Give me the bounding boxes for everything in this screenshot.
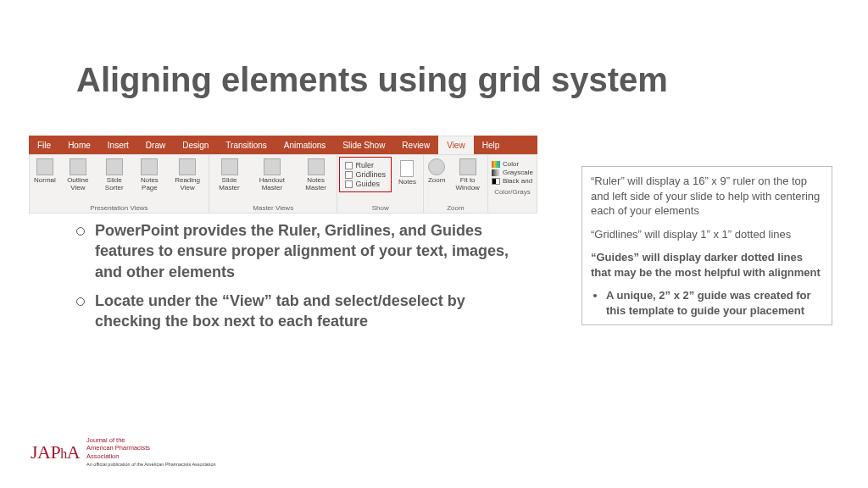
black-white-option: Black and bbox=[492, 177, 533, 185]
ruler-checkbox: Ruler bbox=[345, 161, 386, 169]
tab-review: Review bbox=[393, 136, 438, 154]
logo-text: Journal of the American Pharmacists Asso… bbox=[86, 436, 215, 468]
bw-swatch-icon bbox=[492, 178, 500, 185]
group-presentation-views: Normal Outline View Slide Sorter Notes P… bbox=[30, 155, 209, 213]
group-label: Zoom bbox=[426, 204, 486, 213]
fit-to-window-button: Fit to Window bbox=[449, 157, 486, 204]
tab-slideshow: Slide Show bbox=[334, 136, 393, 154]
color-swatch-icon bbox=[492, 161, 500, 168]
checkbox-icon bbox=[345, 180, 353, 188]
grayscale-option: Grayscale bbox=[492, 169, 533, 176]
tab-file: File bbox=[29, 136, 59, 154]
handout-master-button: Handout Master bbox=[249, 157, 295, 204]
notes-icon bbox=[400, 160, 414, 177]
grayscale-swatch-icon bbox=[492, 169, 500, 176]
logo-wordmark: JAPhA bbox=[31, 441, 80, 463]
slide-master-button: Slide Master bbox=[211, 157, 248, 204]
tab-draw: Draw bbox=[137, 136, 174, 154]
list-item: PowerPoint provides the Ruler, Gridlines… bbox=[76, 220, 534, 282]
side-callout-box: “Ruler” will display a 16” x 9” ruler on… bbox=[581, 166, 832, 325]
group-label: Color/Grays bbox=[490, 188, 535, 197]
notes-master-button: Notes Master bbox=[297, 157, 336, 204]
ribbon-tabs: File Home Insert Draw Design Transitions… bbox=[29, 136, 537, 154]
checkbox-icon bbox=[345, 171, 353, 179]
reading-view-button: Reading View bbox=[168, 157, 207, 204]
tab-insert: Insert bbox=[99, 136, 137, 154]
group-show: Ruler Gridlines Guides Notes Show bbox=[337, 155, 423, 213]
tab-transitions: Transitions bbox=[217, 136, 275, 154]
show-checkboxes-highlighted: Ruler Gridlines Guides bbox=[339, 157, 392, 192]
notes-page-button: Notes Page bbox=[133, 157, 167, 204]
group-label: Presentation Views bbox=[31, 204, 207, 213]
slide-title: Aligning elements using grid system bbox=[76, 61, 668, 99]
slide-sorter-button: Slide Sorter bbox=[97, 157, 131, 204]
notes-button: Notes bbox=[393, 157, 421, 189]
tab-design: Design bbox=[174, 136, 217, 154]
callout-guide-detail: A unique, 2” x 2” guide was created for … bbox=[606, 288, 823, 318]
callout-guides: “Guides” will display darker dotted line… bbox=[591, 250, 823, 280]
color-option: Color bbox=[492, 160, 533, 168]
japha-logo: JAPhA Journal of the American Pharmacist… bbox=[31, 436, 216, 468]
group-label: Show bbox=[339, 204, 420, 213]
callout-gridlines: “Gridlines” will display 1” x 1” dotted … bbox=[591, 227, 823, 242]
callout-ruler: “Ruler” will display a 16” x 9” ruler on… bbox=[591, 174, 823, 219]
group-zoom: Zoom Fit to Window Zoom bbox=[424, 155, 488, 213]
gridlines-checkbox: Gridlines bbox=[345, 170, 386, 179]
powerpoint-ribbon-screenshot: File Home Insert Draw Design Transitions… bbox=[29, 136, 537, 214]
tab-animations: Animations bbox=[275, 136, 334, 154]
checkbox-icon bbox=[345, 162, 353, 169]
group-color-grayscale: Color Grayscale Black and Color/Grays bbox=[488, 155, 537, 213]
list-item: Locate under the “View” tab and select/d… bbox=[76, 291, 534, 332]
normal-button: Normal bbox=[31, 157, 58, 204]
ribbon-toolbar: Normal Outline View Slide Sorter Notes P… bbox=[29, 154, 537, 214]
zoom-button: Zoom bbox=[426, 157, 448, 204]
tab-help: Help bbox=[474, 136, 509, 154]
guides-checkbox: Guides bbox=[345, 180, 386, 188]
group-label: Master Views bbox=[211, 204, 336, 213]
main-bullet-list: PowerPoint provides the Ruler, Gridlines… bbox=[76, 220, 534, 340]
tab-home: Home bbox=[59, 136, 99, 154]
tab-view: View bbox=[438, 136, 474, 154]
group-master-views: Slide Master Handout Master Notes Master… bbox=[209, 155, 338, 213]
outline-view-button: Outline View bbox=[60, 157, 96, 204]
